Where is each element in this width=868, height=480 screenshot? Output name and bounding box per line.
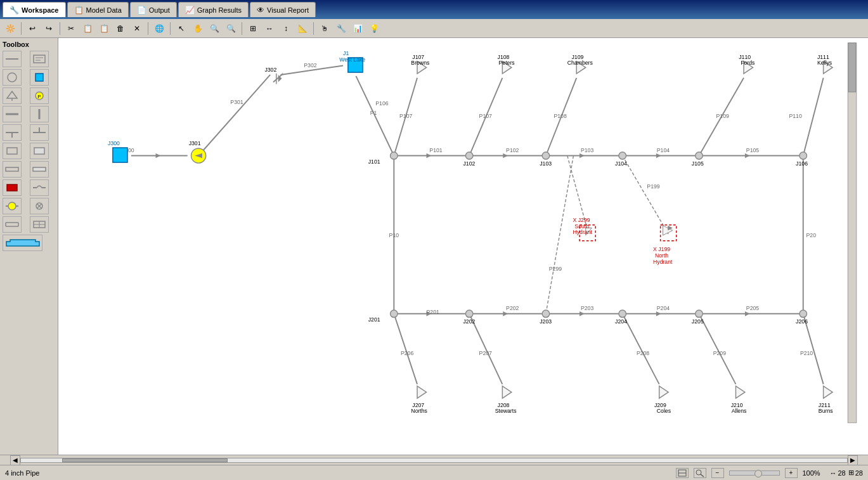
tool-rect4[interactable] [30, 161, 49, 178]
label-J1: J1 [343, 50, 349, 56]
main-area: Toolbox P [0, 38, 868, 455]
node-J203[interactable] [542, 310, 550, 318]
node-J209[interactable] [659, 386, 668, 398]
node-J105[interactable] [696, 152, 703, 160]
node-J102[interactable] [465, 152, 473, 160]
zoom-in-btn[interactable]: + [785, 468, 798, 478]
tool-label[interactable] [30, 51, 49, 67]
h-button[interactable]: ↔ [262, 22, 277, 36]
settings-button[interactable]: 🔧 [334, 22, 349, 36]
fit-button[interactable]: ⊞ [245, 22, 261, 36]
tool-tee[interactable] [3, 124, 22, 141]
tool-tee2[interactable] [30, 124, 49, 141]
toolbar: 🔆 ↩ ↪ ✂ 📋 📋 🗑 ✕ 🌐 ↖ ✋ 🔍 🔍 ⊞ ↔ ↕ 📐 🖱 🔧 📊 … [0, 19, 868, 38]
sublabel-J210: Allens [732, 408, 747, 414]
node-J106[interactable] [800, 152, 807, 160]
label-P201: P201 [427, 309, 439, 315]
node-J202[interactable] [465, 310, 473, 318]
h-scrollbar-track[interactable] [20, 458, 848, 463]
new-button[interactable]: 🔆 [3, 22, 18, 36]
tool-pump[interactable]: P [30, 88, 49, 104]
node-J201[interactable] [391, 310, 398, 318]
properties-button[interactable]: 🖱 [317, 22, 332, 36]
v-button[interactable]: ↕ [278, 22, 294, 36]
tool-rect2[interactable] [30, 143, 49, 159]
tool-hydrant[interactable] [3, 88, 22, 104]
globe-button[interactable]: 🌐 [152, 22, 167, 36]
node-J210[interactable] [735, 386, 744, 398]
pipe-P299 [546, 156, 573, 314]
tool-pipe-h[interactable] [3, 106, 22, 122]
tool-valve[interactable] [3, 198, 22, 214]
tool-circle[interactable] [3, 69, 22, 86]
node-J300[interactable] [113, 148, 127, 162]
tool-gate[interactable] [30, 198, 49, 214]
cut-button[interactable]: ✂ [63, 22, 79, 36]
h-scrollbar-thumb[interactable] [62, 458, 228, 462]
tool-coupling2[interactable] [30, 216, 49, 233]
close-button[interactable]: ✕ [129, 22, 145, 36]
h-scroll-right[interactable]: ▶ [848, 455, 858, 465]
delete-button[interactable]: 🗑 [113, 22, 128, 36]
svg-text:P: P [37, 94, 41, 100]
label-J199-x: X J199 [653, 246, 670, 252]
label-pj207: P206 [401, 350, 413, 356]
label-pj109: P108 [554, 113, 566, 119]
pan-button[interactable]: ✋ [190, 22, 205, 36]
label-P103: P103 [581, 147, 593, 153]
svg-point-23 [8, 202, 16, 210]
zoom-level: 100% [803, 469, 825, 477]
tool-tray[interactable] [3, 235, 42, 251]
tool-coupling[interactable] [3, 216, 22, 233]
label-J202: J202 [463, 318, 475, 325]
undo-button[interactable]: ↩ [25, 22, 40, 36]
sep5 [242, 22, 242, 35]
select-button[interactable]: ↖ [174, 22, 189, 36]
v-scrollbar-track[interactable] [848, 43, 857, 423]
tool-rect[interactable] [3, 143, 22, 159]
node-J101[interactable] [391, 152, 398, 160]
tab-workspace[interactable]: 🔧 Workspace [3, 2, 66, 17]
node-J103[interactable] [542, 152, 550, 160]
tool-smoke[interactable] [30, 179, 49, 196]
node-J207[interactable] [417, 386, 426, 398]
node-J104[interactable] [619, 152, 626, 160]
tab-model-data[interactable]: 📋 Model Data [67, 2, 129, 17]
tab-output[interactable]: 📄 Output [130, 2, 177, 17]
tool-fire-red[interactable] [3, 179, 22, 196]
zoom-in-button[interactable]: 🔍 [207, 22, 222, 36]
sublabel-J109: Chambers [567, 60, 593, 66]
label-P10: P10 [389, 232, 399, 238]
tab-visual-report[interactable]: 👁 Visual Report [250, 2, 316, 17]
node-J206[interactable] [800, 310, 807, 318]
node-J204[interactable] [619, 310, 626, 318]
tab-graph-results[interactable]: 📈 Graph Results [178, 2, 249, 17]
workspace-icon: 🔧 [10, 6, 19, 15]
copy-button[interactable]: 📋 [80, 22, 95, 36]
light-button[interactable]: 💡 [366, 22, 382, 36]
paste-button[interactable]: 📋 [96, 22, 112, 36]
label-pj211: P210 [800, 350, 813, 356]
tool-pipe-v[interactable] [30, 106, 49, 122]
tool-pipe[interactable] [3, 51, 22, 67]
sublabel-J209: Coles [657, 408, 671, 414]
measure-button[interactable]: 📐 [295, 22, 310, 36]
h-scroll-left[interactable]: ◀ [10, 455, 20, 465]
node-J208[interactable] [502, 386, 511, 398]
label-pj208: P207 [479, 350, 492, 356]
canvas-area[interactable]: P101 P102 P103 P104 P105 P10 P20 P201 P2… [58, 38, 868, 455]
zoom-slider[interactable] [729, 470, 780, 476]
tool-tank[interactable] [30, 69, 49, 86]
chart-button[interactable]: 📊 [350, 22, 365, 36]
redo-button[interactable]: ↪ [41, 22, 56, 36]
node-J205[interactable] [696, 310, 703, 318]
zoom-out-button[interactable]: 🔍 [223, 22, 238, 36]
fit-to-window-button[interactable] [676, 468, 689, 478]
node-J211[interactable] [824, 386, 832, 398]
sublabel-J207: Norths [411, 408, 427, 414]
zoom-slider-thumb[interactable] [755, 470, 762, 477]
tool-rect3[interactable] [3, 161, 22, 178]
coords-area: ↔ 28 ⊞ 28 [830, 469, 864, 477]
v-scrollbar-thumb[interactable] [848, 43, 856, 92]
zoom-out-btn[interactable]: − [711, 468, 724, 478]
